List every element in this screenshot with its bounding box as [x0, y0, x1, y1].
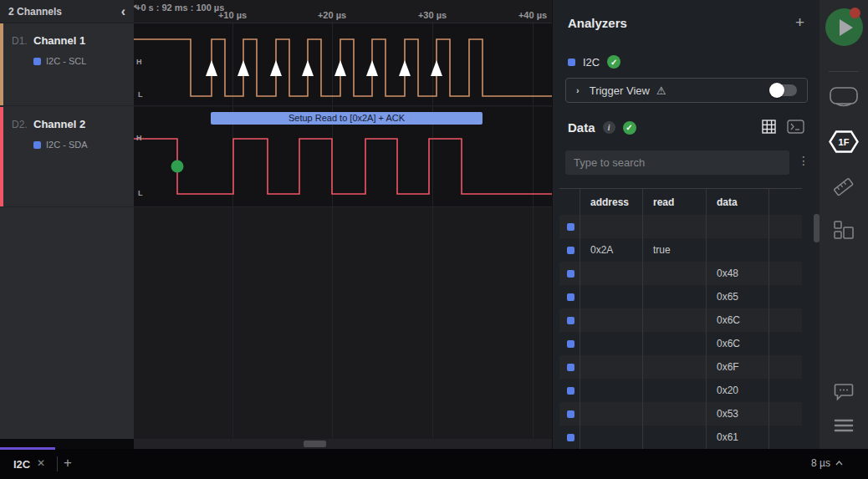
table-row[interactable]: 0x20 [559, 379, 802, 402]
channels-header: 2 Channels ‹ [0, 0, 134, 23]
frame-color-icon [567, 364, 574, 371]
table-row[interactable]: 0x61 [559, 425, 802, 449]
new-tab-button[interactable]: + [64, 455, 72, 471]
rising-edge-marker-icon [334, 60, 346, 76]
table-scrollbar-thumb[interactable] [814, 214, 819, 242]
table-cell: true [642, 238, 706, 262]
table-cell [768, 402, 802, 425]
analyzer-item-i2c[interactable]: I2C ✓ [568, 55, 620, 69]
table-cell [768, 355, 802, 379]
terminal-view-icon[interactable] [787, 120, 804, 134]
channel-1-id: D1. [12, 35, 28, 47]
add-analyzer-button[interactable]: + [795, 14, 804, 30]
extensions-icon[interactable] [819, 220, 868, 242]
table-cell: 0x2A [580, 238, 642, 262]
row-icon-cell [559, 355, 580, 379]
channel-2-analyzer-tag[interactable]: I2C - SDA [33, 140, 88, 150]
analyzers-title: Analyzers [568, 16, 627, 30]
table-cell [642, 308, 706, 332]
table-cell: 0x20 [706, 379, 768, 402]
trigger-view-expander[interactable]: › Trigger View ⚠ [565, 78, 808, 103]
channel-2-color-bar [0, 107, 3, 206]
table-cell [768, 332, 802, 355]
row-icon-cell [559, 332, 580, 355]
table-cell [706, 238, 768, 262]
channel-row-2[interactable]: D2. Channel 2 I2C - SDA [0, 107, 134, 207]
timeline-ruler[interactable]: ◄ +0 s : 92 ms : 100 µs +10 µs+20 µs+30 … [134, 0, 552, 23]
trigger-view-toggle[interactable] [772, 84, 797, 96]
table-row[interactable]: 0x48 [559, 262, 802, 285]
i2c-start-condition-dot [171, 161, 184, 173]
chevron-up-icon [835, 461, 843, 466]
table-row[interactable]: 0x6C [559, 332, 802, 355]
close-tab-icon[interactable]: ✕ [37, 457, 45, 469]
search-options-kebab-icon[interactable]: ⋮ [798, 154, 809, 167]
analyzer-color-icon [33, 58, 41, 65]
table-row[interactable]: 0x53 [559, 402, 802, 425]
capture-tab-1F-icon[interactable]: 1F [819, 130, 868, 153]
main-menu-icon[interactable] [819, 418, 868, 433]
search-input[interactable] [565, 150, 789, 175]
column-header-read[interactable]: read [642, 189, 706, 215]
table-row[interactable]: 0x65 [559, 285, 802, 308]
data-table-header[interactable]: addressreaddata [559, 189, 802, 215]
main-toolbar: 1F [819, 0, 868, 450]
channel-row-1[interactable]: D1. Channel 1 I2C - SCL [0, 23, 134, 106]
table-view-icon[interactable] [762, 120, 776, 134]
table-row[interactable]: 0x2Atrue [559, 238, 802, 262]
table-row[interactable]: 0x6F [559, 355, 802, 379]
rising-edge-marker-icon [366, 60, 378, 76]
column-header-address[interactable]: address [580, 189, 642, 215]
scl-low-label: L [138, 90, 143, 99]
timeline-tick-label: +20 µs [318, 10, 346, 20]
table-cell [642, 402, 706, 425]
collapse-sidebar-icon[interactable]: ‹ [121, 5, 125, 18]
waveform-canvas[interactable]: ◄ +0 s : 92 ms : 100 µs +10 µs+20 µs+30 … [134, 0, 552, 439]
analyzer-color-icon [33, 141, 41, 149]
table-cell: 0x65 [706, 285, 768, 308]
zoom-level-label: 8 µs [811, 457, 830, 469]
feedback-chat-icon[interactable] [819, 383, 868, 401]
tab-i2c[interactable]: I2C [0, 449, 55, 479]
tab-divider [57, 456, 58, 471]
table-cell [580, 402, 642, 425]
frame-color-icon [567, 223, 574, 231]
frame-color-icon [567, 410, 574, 418]
bottom-tab-bar: I2C ✕ + 8 µs [0, 449, 868, 479]
row-icon-cell [559, 215, 580, 238]
table-cell [580, 425, 642, 449]
rising-edge-marker-icon [431, 60, 442, 76]
row-icon-cell [559, 402, 580, 425]
table-cell [580, 285, 642, 308]
channel-1-analyzer-tag[interactable]: I2C - SCL [33, 56, 86, 66]
column-header-blank[interactable] [559, 189, 580, 215]
timing-display-selector[interactable]: 8 µs [811, 457, 843, 469]
table-row[interactable]: 0x6C [559, 308, 802, 332]
table-cell [642, 285, 706, 308]
table-row[interactable] [559, 215, 802, 238]
horizontal-scrollbar[interactable] [134, 439, 552, 449]
data-table: addressreaddata 0x2Atrue0x480x650x6C0x6C… [559, 188, 802, 449]
measurements-ruler-icon[interactable] [819, 176, 868, 199]
table-cell [642, 215, 706, 238]
data-table-body: 0x2Atrue0x480x650x6C0x6C0x6F0x200x530x61 [559, 215, 802, 449]
info-icon[interactable]: i [603, 121, 615, 134]
svg-text:1F: 1F [839, 137, 850, 147]
channel-1-name: Channel 1 [33, 34, 85, 47]
channel-1-color-bar [0, 23, 3, 105]
scl-waveform[interactable] [134, 23, 552, 106]
device-settings-icon[interactable] [819, 87, 868, 107]
table-cell [580, 262, 642, 285]
chevron-right-icon[interactable]: › [576, 85, 580, 95]
frame-color-icon [567, 340, 574, 348]
column-header-data[interactable]: data [706, 189, 768, 215]
analyzer-name: I2C [583, 56, 600, 69]
table-cell [580, 215, 642, 238]
horizontal-scrollbar-thumb[interactable] [304, 441, 326, 447]
column-header-blank[interactable] [768, 189, 802, 215]
sda-waveform[interactable] [134, 109, 552, 207]
frame-color-icon [567, 387, 574, 395]
table-cell [642, 379, 706, 402]
table-cell [642, 355, 706, 379]
warning-icon: ⚠ [656, 85, 666, 96]
